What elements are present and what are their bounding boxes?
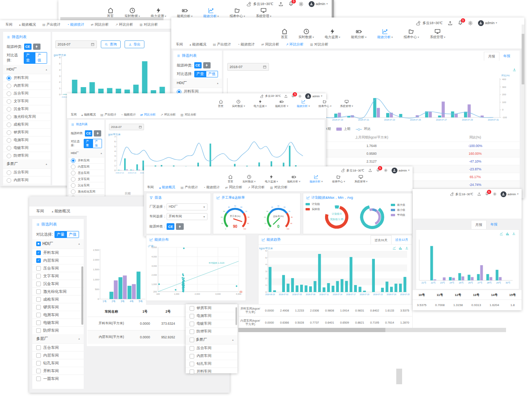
nav-item-5[interactable]: 报表中心▾ [404,28,419,40]
horizontal-scrollbar-track[interactable] [238,328,506,332]
factory-section[interactable]: 多层厂▴ [32,334,84,343]
radio[interactable] [7,154,11,158]
table-row[interactable]: 开料车间(kgce/平方米)0.00002.49081.22332.03060.… [239,304,412,316]
workshop-item[interactable]: 一圆车间 [32,374,84,382]
radio[interactable] [71,189,76,194]
factory-section[interactable]: HDI厂▴ [3,65,51,74]
checkbox[interactable] [190,362,194,366]
checkbox[interactable] [36,320,41,325]
checkbox[interactable] [36,266,41,271]
radio[interactable] [7,122,11,127]
workshop-item[interactable]: 钻孔车间 [186,360,237,368]
produce-val-button[interactable]: 产值 [206,71,218,77]
workshop-item[interactable]: ✓开料车间 [32,248,84,256]
workshop-item[interactable]: 文字车间 [3,97,51,105]
settings-gear-icon[interactable] [468,21,473,26]
workshop-item[interactable]: 沉金车间 [69,182,104,188]
settings-gear-icon[interactable] [298,94,302,98]
workshop-item[interactable]: 开料车间 [32,367,84,374]
checkbox[interactable] [36,282,41,286]
download-icon[interactable] [512,232,516,236]
energy-electric-badge[interactable] [94,130,101,136]
radio[interactable] [7,99,11,104]
scrollbar-thumb[interactable] [81,266,83,325]
nav-item-6[interactable]: 系统管理▾ [430,28,446,40]
energy-electric-badge[interactable] [33,44,40,50]
workshop-item[interactable]: 锣房车间 [3,128,51,136]
tab-0[interactable]: 车间 [147,185,154,190]
workshop-item[interactable]: 压合车间 [32,343,84,351]
checkbox[interactable] [36,361,41,366]
tab-0[interactable]: 车间 [5,22,12,27]
checkbox[interactable] [190,306,194,311]
tab-yearly[interactable]: 年报 [499,52,514,60]
produce-qty-button[interactable]: 产量 [54,231,67,238]
query-button[interactable]: 查询 [101,40,121,48]
workshop-item[interactable]: 电镀车间 [32,318,84,326]
tab-3[interactable]: ◔能效统计 [238,42,255,47]
date-picker[interactable]: 2018-07 [109,124,144,130]
workshop-item[interactable]: 压合车间 [3,168,51,176]
nav-item-2[interactable]: 电力监测▾ [254,100,267,108]
checkbox[interactable]: ✓ [36,258,41,263]
nav-item-3[interactable]: 能耗分析▾ [287,175,301,184]
settings-gear-icon[interactable] [493,192,497,196]
nav-item-4[interactable]: 能效分析▾ [378,28,393,40]
tab-0[interactable]: 车间 [176,42,183,47]
table-row[interactable]: 3.53750.70081.31580.93131.62041.8 [413,300,522,310]
nav-item-6[interactable]: 系统管理▾ [355,175,368,184]
checkbox[interactable] [190,354,194,359]
energy-electric-badge[interactable] [176,223,184,230]
nav-item-0[interactable]: 首页 [218,100,223,108]
radio[interactable] [7,91,11,96]
checkbox[interactable] [36,353,41,358]
nav-item-1[interactable]: 实时数据▾ [243,175,256,184]
workshop-item[interactable]: 防焊车间 [3,152,51,159]
user-menu[interactable]: admin▾ [478,20,497,26]
checkbox[interactable] [36,305,41,310]
checkbox[interactable] [36,345,41,350]
nav-item-3[interactable]: 能耗分析▾ [351,28,367,40]
factory-checkbox[interactable]: ■ [36,242,41,246]
radio[interactable] [7,107,11,112]
checkbox[interactable] [190,369,194,374]
workshop-item[interactable]: ✓内层车间 [32,256,84,264]
tab-1[interactable]: ▴能效概况 [52,208,70,214]
workshop-item[interactable]: 压合车间 [3,89,51,97]
bar-chart-icon[interactable] [399,246,402,250]
tab-3[interactable]: ◔能效统计 [204,185,220,190]
user-menu[interactable]: admin▾ [501,191,518,197]
workshop-item[interactable]: 沉金车间 [32,280,84,287]
nav-item-5[interactable]: 报表中心▾ [230,7,245,19]
notifications-bell[interactable]: 5 [288,1,293,7]
date-picker[interactable]: 2018-07 [227,63,269,71]
tab-6[interactable]: ▥对比分析 [181,113,197,117]
tab-5[interactable]: ↗环比分析 [115,22,133,27]
workshop-item[interactable]: 文字车间 [69,176,104,182]
radio[interactable] [71,183,76,188]
tab-3[interactable]: ◔能效统计 [67,22,84,27]
factory-select[interactable]: HDI厂▼ [167,203,207,210]
workshop-item[interactable]: 开料车间 [186,368,237,375]
export-button[interactable]: 导出 [125,40,144,48]
checkbox[interactable] [36,369,41,373]
scrollbar-fragment[interactable] [396,369,402,384]
energy-ce-badge[interactable]: CE [85,130,92,136]
factory-checkbox[interactable] [190,338,194,342]
tab-0[interactable]: 车间 [71,113,77,117]
nav-item-0[interactable]: 首页 [281,28,288,40]
workshop-item[interactable]: 电镀车间 [3,144,51,152]
tab-past-12-months[interactable]: 过去12月 [392,235,412,244]
checkbox[interactable] [36,376,41,381]
workshop-item[interactable]: 电测车间 [3,136,51,144]
nav-item-3[interactable]: 能耗分析▾ [177,7,193,19]
tab-2[interactable]: ▤产出统计 [213,42,231,47]
nav-item-2[interactable]: 电力监测▾ [325,28,341,40]
energy-electric-badge[interactable] [203,62,211,68]
workshop-item[interactable]: 锣房车间 [32,303,84,311]
tab-0[interactable]: 车间 [36,208,44,214]
notifications-bell[interactable]: 5 [458,20,463,26]
workshop-item[interactable]: 电测车间 [186,312,237,320]
nav-item-4[interactable]: 能效分析▾ [297,100,310,108]
workshop-item[interactable]: 内层车间 [69,163,104,170]
